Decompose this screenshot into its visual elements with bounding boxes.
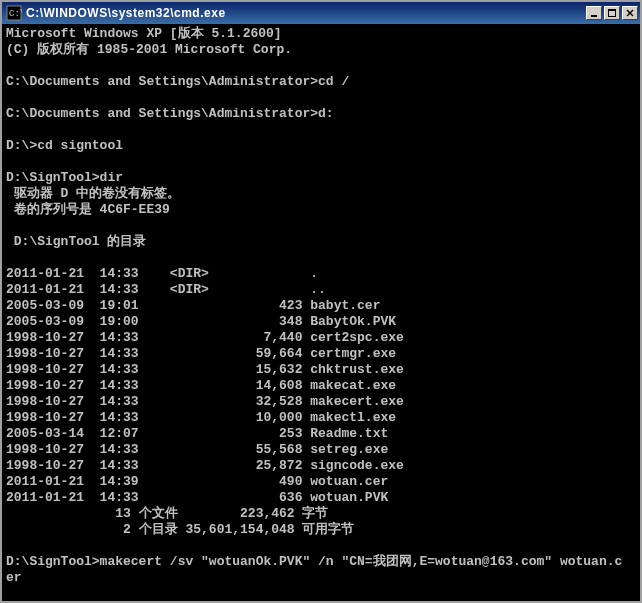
minimize-button[interactable] [586, 6, 602, 20]
maximize-button[interactable] [604, 6, 620, 20]
cmd-icon: C:\ [6, 5, 22, 21]
cmd-window: C:\ C:\WINDOWS\system32\cmd.exe Microsof… [0, 0, 642, 603]
titlebar[interactable]: C:\ C:\WINDOWS\system32\cmd.exe [2, 2, 640, 24]
close-button[interactable] [622, 6, 638, 20]
svg-text:C:\: C:\ [9, 9, 22, 19]
window-title: C:\WINDOWS\system32\cmd.exe [26, 6, 586, 20]
svg-rect-2 [591, 15, 597, 17]
window-buttons [586, 6, 638, 20]
console-output[interactable]: Microsoft Windows XP [版本 5.1.2600] (C) 版… [2, 24, 640, 601]
svg-rect-4 [608, 9, 616, 11]
